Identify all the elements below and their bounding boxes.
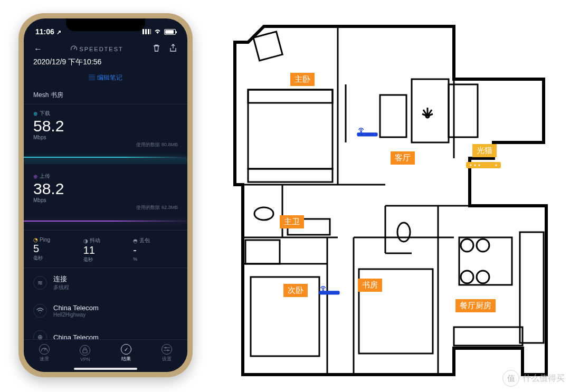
speedtest-logo-icon xyxy=(71,45,77,53)
tag-living-room: 客厅 xyxy=(391,151,415,165)
download-metric: ⊕下载 58.2 Mbps xyxy=(24,104,187,141)
router-living-room xyxy=(353,126,382,137)
floor-plan: 主卧 客厅 光猫 主卫 次卧 书房 餐厅厨房 xyxy=(227,11,554,380)
isp-item[interactable]: China TelecomHell2Highway xyxy=(24,298,187,324)
tab-results[interactable]: ✓ 结果 xyxy=(121,344,131,362)
svg-rect-41 xyxy=(245,240,280,264)
app-title: SPEEDTEST xyxy=(79,46,123,52)
svg-point-40 xyxy=(397,223,410,242)
delete-button[interactable] xyxy=(151,44,161,54)
svg-point-52 xyxy=(336,292,337,293)
tag-master-bedroom: 主卧 xyxy=(290,73,315,86)
svg-rect-36 xyxy=(454,327,522,346)
svg-point-32 xyxy=(477,239,489,252)
tag-modem: 光猫 xyxy=(472,144,497,157)
download-icon: ⊕ xyxy=(33,111,37,117)
location-icon: ↗ xyxy=(56,29,61,35)
tag-study: 书房 xyxy=(358,279,382,292)
svg-point-6 xyxy=(167,350,169,351)
check-icon: ✓ xyxy=(121,344,131,355)
note-icon: ▤ xyxy=(89,74,97,81)
download-data-used: 使用的数据 80.8MB xyxy=(24,141,187,149)
download-sparkline xyxy=(24,149,187,164)
lock-icon xyxy=(80,345,90,356)
router-second-bedroom xyxy=(315,284,344,295)
upload-icon: ⊕ xyxy=(33,174,37,179)
wifi-icon xyxy=(154,28,162,35)
tag-master-bath: 主卫 xyxy=(280,215,304,228)
svg-point-4 xyxy=(165,347,167,349)
notch xyxy=(66,18,145,31)
sliders-icon xyxy=(162,344,172,355)
cell-signal-icon xyxy=(142,29,151,34)
svg-rect-37 xyxy=(253,32,282,61)
back-button[interactable]: ← xyxy=(33,44,43,54)
phone-frame: 11:06 ↗ ← SPEEDTEST xyxy=(18,13,193,377)
upload-value: 38.2 xyxy=(33,180,178,197)
upload-label: 上传 xyxy=(40,173,50,180)
watermark-text: 什么值得买 xyxy=(522,373,565,384)
loss-metric: ◓ 丢包 - % xyxy=(133,237,178,263)
edit-note-link[interactable]: ▤ 编辑笔记 xyxy=(24,70,187,85)
watermark: 值 什么值得买 xyxy=(502,370,565,387)
status-time: 11:06 xyxy=(35,27,54,36)
jitter-metric: ◑ 抖动 11 毫秒 xyxy=(83,237,128,263)
connection-item[interactable]: ≋ 连接多线程 xyxy=(24,268,187,298)
svg-point-45 xyxy=(360,134,361,135)
network-name: Mesh 书房 xyxy=(24,85,187,104)
watermark-badge-icon: 值 xyxy=(502,370,519,387)
share-button[interactable] xyxy=(168,44,178,54)
svg-rect-23 xyxy=(248,169,332,182)
svg-point-33 xyxy=(461,271,473,283)
svg-point-38 xyxy=(254,207,273,220)
phone-screen: 11:06 ↗ ← SPEEDTEST xyxy=(24,18,187,372)
tag-second-bedroom: 次卧 xyxy=(283,284,308,297)
floor-plan-svg xyxy=(227,11,554,380)
upload-data-used: 使用的数据 62.3MB xyxy=(24,204,187,212)
svg-point-54 xyxy=(470,165,472,166)
svg-point-31 xyxy=(461,239,473,252)
svg-point-57 xyxy=(496,165,497,166)
tab-settings[interactable]: 设置 xyxy=(162,344,172,362)
svg-point-43 xyxy=(360,131,362,132)
app-header: ← SPEEDTEST xyxy=(24,39,187,56)
svg-rect-28 xyxy=(380,95,406,137)
svg-rect-30 xyxy=(459,237,512,285)
svg-rect-2 xyxy=(83,350,87,353)
upload-sparkline xyxy=(24,212,187,227)
svg-point-51 xyxy=(325,292,326,293)
download-unit: Mbps xyxy=(33,135,178,140)
svg-point-55 xyxy=(474,165,476,166)
download-label: 下载 xyxy=(40,110,50,117)
modem-device xyxy=(466,160,501,169)
download-value: 58.2 xyxy=(33,117,178,135)
battery-icon xyxy=(164,29,176,35)
upload-metric: ⊕上传 38.2 Mbps xyxy=(24,167,187,204)
svg-rect-35 xyxy=(520,232,544,343)
upload-unit: Mbps xyxy=(33,197,178,203)
ping-metric: ◔ Ping 5 毫秒 xyxy=(33,237,78,263)
tab-speed[interactable]: 速度 xyxy=(39,344,50,362)
svg-point-50 xyxy=(322,292,323,293)
home-indicator[interactable] xyxy=(74,368,137,370)
svg-rect-21 xyxy=(248,90,332,169)
gauge-icon xyxy=(39,344,50,355)
svg-line-0 xyxy=(74,47,75,50)
svg-point-46 xyxy=(363,134,364,135)
tab-vpn[interactable]: VPN xyxy=(80,345,90,362)
tab-bar: 速度 VPN ✓ 结果 设置 xyxy=(24,339,187,372)
svg-point-34 xyxy=(477,271,489,283)
result-timestamp: 2020/12/9 下午10:56 xyxy=(24,56,187,70)
svg-rect-27 xyxy=(449,84,478,137)
latency-row: ◔ Ping 5 毫秒 ◑ 抖动 11 毫秒 ◓ 丢包 - % xyxy=(24,231,187,267)
wifi-list-icon xyxy=(33,304,47,318)
connection-icon: ≋ xyxy=(33,276,47,290)
svg-point-48 xyxy=(322,290,324,291)
svg-point-56 xyxy=(479,165,480,166)
svg-rect-22 xyxy=(248,90,332,103)
svg-point-47 xyxy=(374,134,375,135)
tag-kitchen-dining: 餐厅厨房 xyxy=(455,299,496,312)
